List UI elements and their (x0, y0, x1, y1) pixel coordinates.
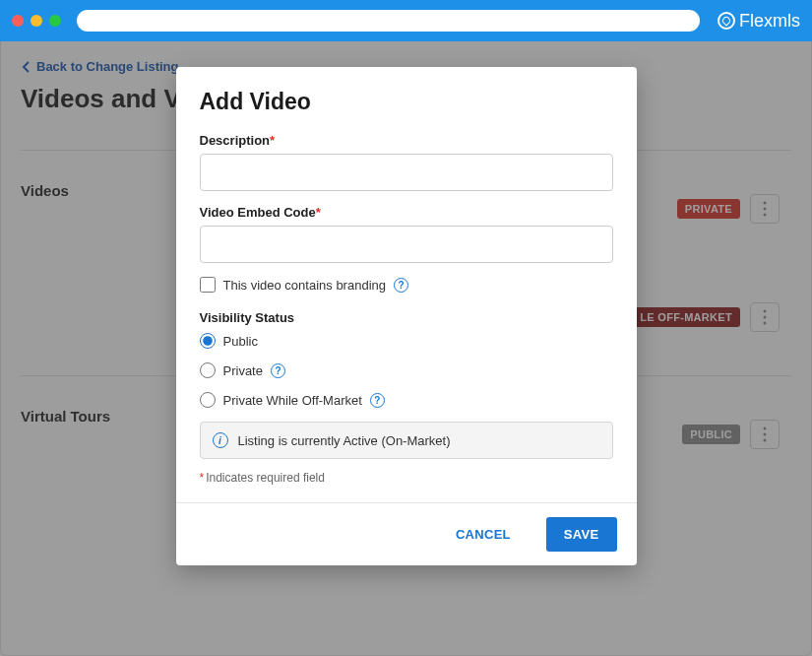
branding-checkbox-row: This video contains branding ? (200, 277, 613, 293)
info-icon: i (213, 432, 228, 448)
visibility-label: Visibility Status (200, 310, 613, 325)
save-button[interactable]: SAVE (546, 517, 617, 552)
radio-offmkt[interactable] (200, 392, 216, 408)
add-video-modal: Add Video Description* Video Embed Code*… (176, 67, 637, 565)
brand-icon (718, 12, 735, 30)
required-marker: * (270, 133, 275, 148)
radio-private[interactable] (200, 362, 216, 378)
radio-public-row: Public (200, 333, 613, 349)
description-label: Description* (200, 133, 613, 148)
embed-label: Video Embed Code* (200, 205, 613, 220)
required-note: *Indicates required field (200, 471, 613, 485)
brand-label: Flexmls (739, 11, 800, 32)
modal-title: Add Video (200, 89, 613, 115)
branding-checkbox[interactable] (200, 277, 216, 293)
required-marker: * (316, 205, 321, 220)
radio-private-label: Private (223, 363, 263, 378)
help-icon[interactable]: ? (394, 278, 408, 293)
url-bar[interactable] (77, 10, 700, 32)
info-bar: i Listing is currently Active (On-Market… (200, 422, 613, 459)
modal-footer: CANCEL SAVE (176, 502, 637, 565)
embed-input[interactable] (200, 226, 613, 263)
close-window-icon[interactable] (12, 15, 24, 27)
browser-chrome: Flexmls (0, 0, 812, 41)
minimize-window-icon[interactable] (31, 15, 42, 27)
radio-public[interactable] (200, 333, 216, 349)
info-text: Listing is currently Active (On-Market) (238, 433, 451, 448)
cancel-button[interactable]: CANCEL (438, 517, 529, 552)
help-icon[interactable]: ? (370, 393, 385, 408)
radio-public-label: Public (223, 334, 258, 349)
maximize-window-icon[interactable] (49, 15, 61, 27)
radio-offmkt-label: Private While Off-Market (223, 393, 362, 408)
help-icon[interactable]: ? (271, 363, 285, 378)
traffic-lights (12, 15, 61, 27)
branding-label: This video contains branding (223, 278, 387, 293)
brand: Flexmls (718, 11, 800, 32)
radio-offmkt-row: Private While Off-Market ? (200, 392, 613, 408)
radio-private-row: Private ? (200, 362, 613, 378)
description-input[interactable] (200, 154, 613, 191)
